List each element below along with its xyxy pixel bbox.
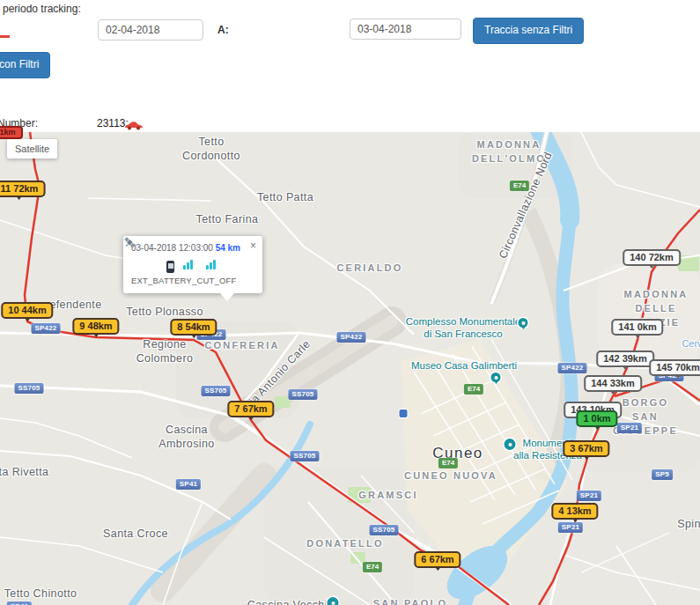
distance-marker[interactable]: 11 72km (0, 181, 45, 197)
area-label: CONFRERIA (204, 339, 279, 353)
pin-icon (491, 373, 501, 382)
date-separator-label: A: (217, 24, 229, 36)
phone-icon (166, 261, 174, 273)
dot-icon (505, 439, 516, 450)
signal-bars-icon (182, 257, 193, 273)
road-badge: SP41 (176, 479, 201, 490)
distance-marker[interactable]: 4 13km (551, 503, 598, 520)
town-label: Tetto Plonasso (126, 305, 203, 319)
pin-icon (519, 318, 528, 328)
road-badge: SP422 (336, 332, 365, 343)
town-label: Tetto Chinotto (4, 587, 77, 601)
signal-bars-icon (205, 257, 216, 273)
road-badge: SP41 (7, 601, 32, 605)
area-label: DONATELLO (306, 537, 383, 551)
town-label: efendente (49, 298, 101, 312)
area-label: MADONNA DELL'OLMO (472, 138, 546, 166)
map[interactable]: 11 72km10 44km9 48km8 54km7 67km6 67km3 … (0, 132, 700, 605)
infowindow-datetime: 03-04-2018 12:03:00 (131, 243, 213, 253)
town-label: Spinett (677, 517, 700, 531)
trace-without-filters-button[interactable]: Traccia senza Filtri (473, 18, 584, 44)
trace-with-filters-button[interactable]: con Filtri (0, 52, 50, 78)
infowindow-icons (131, 257, 254, 270)
distance-marker[interactable]: 10 44km (1, 302, 53, 319)
poi-label: Complesso Monumentale di San Francesco (406, 315, 520, 341)
date-to-input[interactable] (350, 18, 461, 40)
road-badge: SP422 (557, 363, 586, 373)
town-label: Tetto Farina (196, 212, 259, 226)
road-badge: SP5 (652, 469, 673, 480)
distance-marker[interactable]: 1 0km (576, 410, 617, 427)
distance-marker[interactable]: 9 48km (72, 318, 119, 335)
date-from-input[interactable] (98, 19, 203, 41)
town-label: Regione Colombero (136, 337, 194, 366)
infowindow-distance: 54 km (216, 243, 240, 253)
poi-label: Museo Casa Galimberti (411, 359, 517, 372)
road-badge: SS705 (288, 389, 317, 400)
distance-marker[interactable]: 140 72km (623, 249, 681, 266)
infowindow-tail (219, 292, 235, 301)
road-badge: SP422 (31, 323, 60, 334)
distance-marker[interactable]: 144 33km (584, 375, 642, 392)
road-badge: SS705 (201, 386, 230, 396)
distance-marker[interactable]: 142 39km (596, 350, 654, 367)
distance-marker[interactable]: 6 67km (414, 551, 461, 568)
town-label: Santa Croce (103, 527, 168, 541)
distance-marker[interactable]: 145 70km (649, 359, 700, 376)
infowindow: 03-04-2018 12:03:00 54 km × EXT_BATTERY_… (123, 236, 262, 293)
infowindow-header: 03-04-2018 12:03:00 54 km (131, 243, 254, 253)
town-label: Circonvallazione Nord (496, 150, 556, 261)
town-label: Tetto Patta (257, 190, 313, 204)
road-badge: SS705 (290, 451, 319, 461)
tracking-app: periodo tracking: A: Traccia senza Filtr… (0, 0, 700, 605)
red-dash (0, 35, 10, 38)
distance-marker[interactable]: 7 67km (227, 401, 274, 417)
highway-badge: E74 (510, 181, 529, 191)
highway-badge: E74 (464, 384, 483, 395)
satellite-button[interactable]: Satellite (7, 139, 57, 159)
map-overlays: 11 72km10 44km9 48km8 54km7 67km6 67km3 … (0, 132, 700, 605)
infowindow-status: EXT_BATTERY_CUT_OFF (131, 276, 254, 285)
road-badge: SS705 (369, 525, 398, 535)
road-badge: SP21 (558, 522, 583, 533)
distance-marker[interactable]: 8 54km (170, 319, 217, 336)
dot-icon (328, 597, 339, 605)
transit-icon (400, 409, 408, 417)
distance-marker[interactable]: 141 0km (611, 319, 663, 336)
area-label: SAN PAOLO (373, 597, 447, 605)
area-label: CERIALDO (336, 262, 402, 276)
distance-marker[interactable]: 3 67km (563, 440, 609, 457)
edge-distance-marker[interactable]: 1 1km (0, 126, 23, 139)
road-badge: SP21 (617, 423, 642, 433)
town-label: Cascina Ambrosino (158, 423, 214, 452)
town-label: ta Rivetta (0, 465, 48, 479)
close-icon[interactable]: × (250, 240, 256, 251)
area-label: GRAMSCI (358, 489, 417, 503)
water-label: Cerv (682, 338, 700, 349)
road-badge: SP21 (577, 491, 601, 501)
town-label: Tetto Cordonotto (182, 135, 240, 164)
highway-badge: E74 (438, 458, 458, 469)
highway-badge: E74 (363, 562, 382, 572)
town-label: Cascina Vecchia (247, 598, 334, 605)
period-label: periodo tracking: (3, 3, 81, 15)
area-label: CUNEO NUOVA (404, 469, 497, 483)
road-badge: SS705 (14, 383, 43, 394)
